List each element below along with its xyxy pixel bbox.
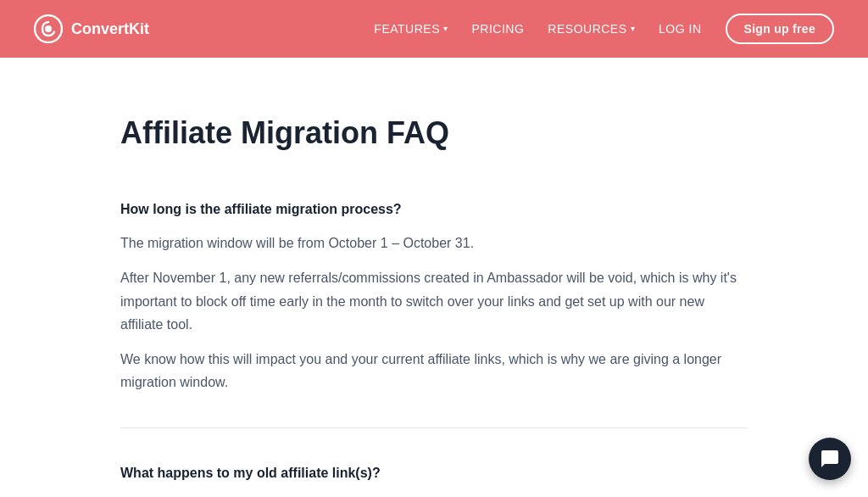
faq-1-question: How long is the affiliate migration proc… [120, 198, 748, 221]
faq-1-answer-3: We know how this will impact you and you… [120, 348, 748, 394]
chat-bubble-button[interactable] [809, 438, 851, 480]
nav-pricing-link[interactable]: PRICING [472, 20, 525, 38]
nav-links: FEATURES ▾ PRICING RESOURCES ▾ LOG IN Si… [374, 14, 834, 44]
nav-signup-button[interactable]: Sign up free [726, 14, 835, 44]
faq-section-2: What happens to my old affiliate link(s)… [120, 462, 748, 497]
nav-features-link[interactable]: FEATURES ▾ [374, 20, 448, 38]
faq-2-question: What happens to my old affiliate link(s)… [120, 462, 748, 484]
section-divider-1 [120, 427, 748, 428]
nav-resources-link[interactable]: RESOURCES ▾ [548, 20, 635, 38]
svg-point-1 [45, 25, 52, 32]
page-title: Affiliate Migration FAQ [120, 109, 748, 158]
main-content: Affiliate Migration FAQ How long is the … [86, 58, 782, 497]
faq-1-answer-2: After November 1, any new referrals/comm… [120, 266, 748, 336]
logo-text: ConvertKit [71, 17, 149, 42]
faq-section-1: How long is the affiliate migration proc… [120, 198, 748, 394]
faq-1-answer-1: The migration window will be from Octobe… [120, 232, 748, 254]
features-chevron-icon: ▾ [443, 22, 448, 36]
navbar: ConvertKit FEATURES ▾ PRICING RESOURCES … [0, 0, 868, 58]
logo-link[interactable]: ConvertKit [34, 14, 149, 43]
resources-chevron-icon: ▾ [631, 22, 636, 36]
nav-login-link[interactable]: LOG IN [659, 20, 701, 38]
